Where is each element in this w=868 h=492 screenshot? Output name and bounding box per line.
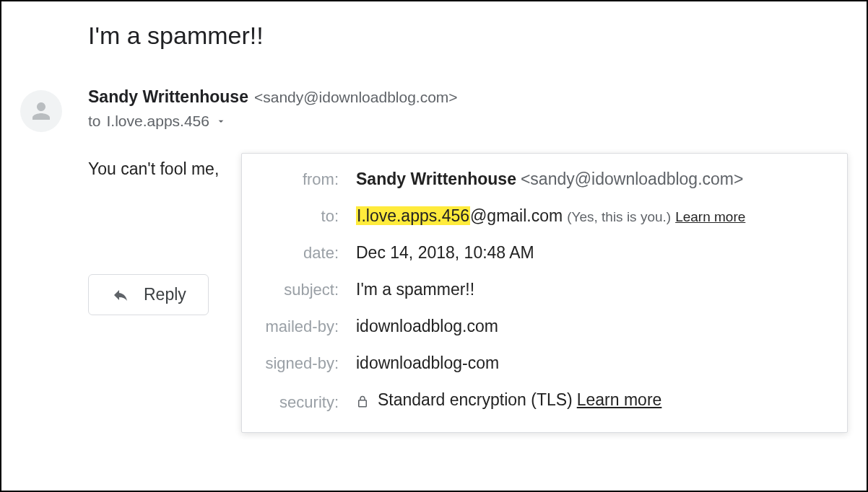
sender-line: Sandy Writtenhouse <sandy@idownloadblog.…	[88, 87, 458, 107]
details-to-label: to:	[262, 207, 356, 226]
reply-button[interactable]: Reply	[88, 274, 209, 315]
details-to-rest: @gmail.com	[470, 206, 563, 225]
details-security-label: security:	[262, 393, 356, 412]
details-mailed-by-label: mailed-by:	[262, 317, 356, 336]
to-line[interactable]: to I.love.apps.456	[88, 113, 458, 130]
reply-label: Reply	[144, 285, 186, 304]
details-date-row: date: Dec 14, 2018, 10:48 AM	[262, 243, 827, 263]
person-icon	[28, 98, 54, 124]
details-from-name: Sandy Writtenhouse	[356, 170, 516, 189]
lock-icon	[356, 395, 369, 409]
to-recipient: I.love.apps.456	[107, 113, 209, 130]
sender-email: <sandy@idownloadblog.com>	[254, 89, 458, 106]
message-header: Sandy Writtenhouse <sandy@idownloadblog.…	[20, 90, 867, 132]
to-prefix: to	[88, 113, 101, 130]
details-security-text: Standard encryption (TLS)	[378, 390, 573, 410]
show-details-toggle[interactable]	[215, 115, 227, 127]
details-date-label: date:	[262, 244, 356, 263]
security-learn-more-link[interactable]: Learn more	[577, 390, 662, 410]
details-mailed-by-row: mailed-by: idownloadblog.com	[262, 317, 827, 336]
to-learn-more-link[interactable]: Learn more	[675, 209, 745, 225]
details-mailed-by-value: idownloadblog.com	[356, 317, 498, 336]
details-from-label: from:	[262, 170, 356, 189]
details-to-highlight: I.love.apps.456	[356, 206, 470, 225]
details-signed-by-row: signed-by: idownloadblog-com	[262, 353, 827, 373]
details-subject-value: I'm a spammer!!	[356, 280, 474, 299]
details-security-row: security: Standard encryption (TLS) Lear…	[262, 390, 827, 412]
avatar	[20, 90, 62, 132]
details-from-email: <sandy@idownloadblog.com>	[521, 170, 744, 189]
details-to-row: to: I.love.apps.456@gmail.com (Yes, this…	[262, 206, 827, 226]
details-date-value: Dec 14, 2018, 10:48 AM	[356, 243, 534, 263]
details-signed-by-value: idownloadblog-com	[356, 353, 499, 373]
sender-name: Sandy Writtenhouse	[88, 87, 248, 107]
details-signed-by-label: signed-by:	[262, 354, 356, 373]
reply-icon	[110, 286, 131, 304]
caret-down-icon	[215, 115, 227, 127]
details-subject-label: subject:	[262, 281, 356, 299]
message-details-popup: from: Sandy Writtenhouse <sandy@idownloa…	[241, 153, 848, 433]
details-from-row: from: Sandy Writtenhouse <sandy@idownloa…	[262, 170, 827, 189]
details-to-note: (Yes, this is you.)	[567, 209, 671, 225]
details-subject-row: subject: I'm a spammer!!	[262, 280, 827, 299]
details-to-address: I.love.apps.456@gmail.com	[356, 206, 563, 226]
email-subject: I'm a spammer!!	[88, 22, 867, 50]
